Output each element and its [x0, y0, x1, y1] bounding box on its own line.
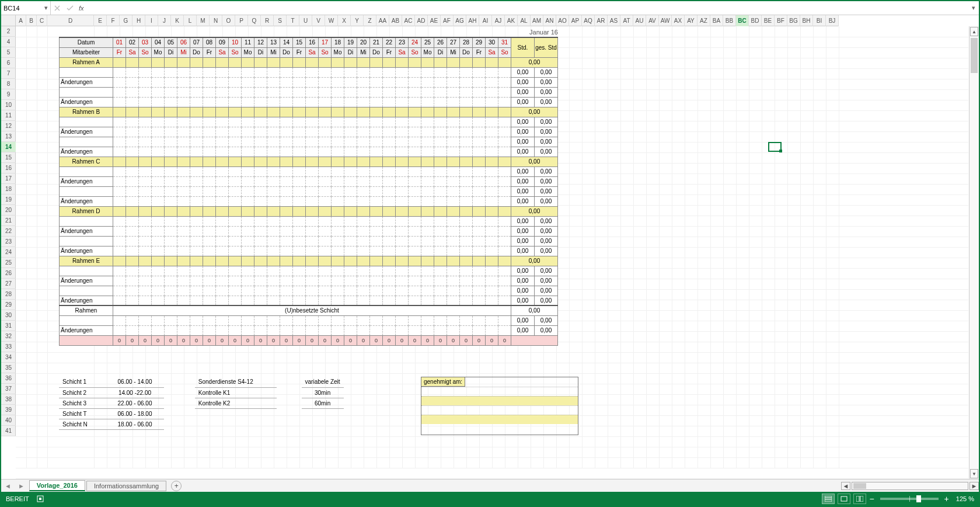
- col-header-B[interactable]: B: [26, 15, 37, 26]
- row-header-11[interactable]: 11: [1, 110, 16, 121]
- col-header-BD[interactable]: BD: [749, 15, 762, 26]
- row-header-37[interactable]: 37: [1, 384, 16, 394]
- name-box[interactable]: [1, 2, 42, 14]
- col-header-BB[interactable]: BB: [723, 15, 736, 26]
- vertical-scroll-thumb[interactable]: [971, 38, 978, 73]
- add-sheet-button[interactable]: +: [171, 481, 182, 491]
- row-header-40[interactable]: 40: [1, 415, 16, 426]
- col-header-BG[interactable]: BG: [787, 15, 800, 26]
- col-header-BH[interactable]: BH: [800, 15, 813, 26]
- col-header-AG[interactable]: AG: [454, 15, 466, 26]
- row-header-35[interactable]: 35: [1, 363, 16, 373]
- row-header-25[interactable]: 25: [1, 258, 16, 268]
- col-header-AL[interactable]: AL: [518, 15, 531, 26]
- formula-input[interactable]: [86, 1, 968, 15]
- col-header-Y[interactable]: Y: [351, 15, 364, 26]
- row-header-26[interactable]: 26: [1, 268, 16, 279]
- col-header-AS[interactable]: AS: [608, 15, 620, 26]
- col-header-I[interactable]: I: [145, 15, 158, 26]
- col-header-AZ[interactable]: AZ: [697, 15, 710, 26]
- row-header-31[interactable]: 31: [1, 321, 16, 331]
- row-header-2[interactable]: 2: [1, 26, 16, 37]
- row-header-7[interactable]: 7: [1, 68, 16, 79]
- col-header-BE[interactable]: BE: [762, 15, 775, 26]
- row-header-22[interactable]: 22: [1, 226, 16, 237]
- col-header-AH[interactable]: AH: [466, 15, 479, 26]
- cells-viewport[interactable]: Januar 16 Datum0102030405060708091011121…: [16, 26, 968, 468]
- row-header-5[interactable]: 5: [1, 47, 16, 58]
- col-header-L[interactable]: L: [184, 15, 197, 26]
- col-header-AK[interactable]: AK: [505, 15, 518, 26]
- col-header-AR[interactable]: AR: [595, 15, 608, 26]
- col-header-BI[interactable]: BI: [813, 15, 826, 26]
- macro-record-icon[interactable]: [36, 495, 44, 503]
- col-header-AA[interactable]: AA: [376, 15, 389, 26]
- col-header-Q[interactable]: Q: [248, 15, 261, 26]
- view-page-break-button[interactable]: [853, 494, 866, 504]
- row-header-29[interactable]: 29: [1, 300, 16, 310]
- col-header-P[interactable]: P: [235, 15, 248, 26]
- name-box-dropdown[interactable]: ▾: [42, 1, 50, 15]
- row-header-39[interactable]: 39: [1, 405, 16, 415]
- zoom-percent[interactable]: 125 %: [956, 495, 974, 502]
- sheet-tab-active[interactable]: Vorlage_2016: [29, 480, 85, 491]
- col-header-AI[interactable]: AI: [479, 15, 492, 26]
- row-header-36[interactable]: 36: [1, 373, 16, 384]
- col-header-AX[interactable]: AX: [672, 15, 685, 26]
- row-header-9[interactable]: 9: [1, 89, 16, 100]
- row-header-32[interactable]: 32: [1, 331, 16, 342]
- col-header-BF[interactable]: BF: [775, 15, 787, 26]
- col-header-AU[interactable]: AU: [633, 15, 646, 26]
- col-header-BJ[interactable]: BJ: [826, 15, 839, 26]
- col-header-U[interactable]: U: [299, 15, 312, 26]
- col-header-T[interactable]: T: [287, 15, 299, 26]
- col-header-R[interactable]: R: [261, 15, 274, 26]
- row-header-8[interactable]: 8: [1, 79, 16, 89]
- row-header-10[interactable]: 10: [1, 100, 16, 110]
- row-header-27[interactable]: 27: [1, 279, 16, 289]
- col-header-AC[interactable]: AC: [402, 15, 415, 26]
- zoom-slider[interactable]: [880, 498, 939, 500]
- col-header-K[interactable]: K: [171, 15, 184, 26]
- row-header-21[interactable]: 21: [1, 216, 16, 226]
- cancel-formula-button[interactable]: [51, 1, 64, 15]
- row-header-12[interactable]: 12: [1, 121, 16, 131]
- view-normal-button[interactable]: [822, 494, 835, 504]
- col-header-X[interactable]: X: [338, 15, 351, 26]
- col-header-A[interactable]: A: [16, 15, 26, 26]
- scroll-right-arrow[interactable]: ►: [969, 482, 979, 490]
- scroll-up-arrow[interactable]: ▲: [970, 27, 978, 36]
- col-header-AV[interactable]: AV: [646, 15, 659, 26]
- col-header-W[interactable]: W: [325, 15, 338, 26]
- row-header-13[interactable]: 13: [1, 131, 16, 142]
- enter-formula-button[interactable]: [64, 1, 76, 15]
- col-header-AW[interactable]: AW: [659, 15, 672, 26]
- col-header-M[interactable]: M: [197, 15, 210, 26]
- row-header-14[interactable]: 14: [1, 142, 16, 152]
- select-all-corner[interactable]: [1, 15, 16, 26]
- col-header-D[interactable]: D: [47, 15, 94, 26]
- col-header-O[interactable]: O: [222, 15, 235, 26]
- col-header-V[interactable]: V: [312, 15, 325, 26]
- horizontal-scroll-thumb[interactable]: [853, 483, 866, 489]
- row-header-19[interactable]: 19: [1, 195, 16, 205]
- row-header-18[interactable]: 18: [1, 184, 16, 195]
- col-header-J[interactable]: J: [158, 15, 171, 26]
- col-header-AM[interactable]: AM: [531, 15, 543, 26]
- col-header-AB[interactable]: AB: [389, 15, 402, 26]
- col-header-AP[interactable]: AP: [569, 15, 582, 26]
- col-header-Z[interactable]: Z: [364, 15, 376, 26]
- scroll-down-arrow[interactable]: ▼: [970, 469, 978, 478]
- col-header-AN[interactable]: AN: [543, 15, 556, 26]
- col-header-G[interactable]: G: [120, 15, 132, 26]
- scroll-left-arrow[interactable]: ◄: [841, 482, 850, 490]
- col-header-N[interactable]: N: [210, 15, 222, 26]
- row-header-38[interactable]: 38: [1, 394, 16, 405]
- row-header-17[interactable]: 17: [1, 173, 16, 184]
- col-header-AJ[interactable]: AJ: [492, 15, 505, 26]
- row-header-41[interactable]: 41: [1, 426, 16, 436]
- col-header-AY[interactable]: AY: [685, 15, 697, 26]
- col-header-F[interactable]: F: [107, 15, 120, 26]
- row-header-28[interactable]: 28: [1, 289, 16, 300]
- col-header-H[interactable]: H: [132, 15, 145, 26]
